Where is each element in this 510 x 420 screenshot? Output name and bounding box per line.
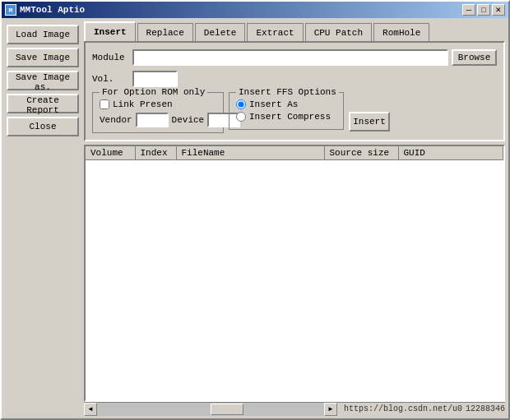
volume-col-header: Volume [86,146,135,160]
vol-row: Vol. [92,71,497,87]
tab-content: Module Browse Vol. For Option ROM only [84,41,505,141]
cpu-patch-tab[interactable]: CPU Patch [305,23,372,41]
link-presen-checkbox[interactable] [100,99,109,109]
create-report-button[interactable]: Create Report [7,94,79,113]
romhole-tab[interactable]: RomHole [373,23,429,41]
title-bar-text: M MMTool Aptio [5,4,85,16]
data-table: Volume Index FileName Source size GUID [86,146,503,160]
extract-tab[interactable]: Extract [247,23,303,41]
app-icon: M [5,4,16,16]
maximize-button[interactable]: □ [477,4,490,16]
status-url: https://blog.csdn.net/u0 [344,404,462,413]
option-rom-content: Link Presen Vendor Device [100,99,216,127]
vendor-row: Vendor Device [100,113,216,127]
title-bar: M MMTool Aptio ─ □ ✕ [2,2,508,18]
main-window: M MMTool Aptio ─ □ ✕ Load Image Save Ima… [0,0,510,420]
scroll-thumb[interactable] [211,404,243,415]
insert-btn-container: Insert [349,92,390,132]
index-col-header: Index [135,146,176,160]
insert-button[interactable]: Insert [349,112,390,132]
filename-col-header: FileName [176,146,324,160]
ffs-content: Insert As Insert Compress [236,99,336,122]
table-header-row: Volume Index FileName Source size GUID [86,146,503,160]
right-panel: Insert Replace Delete Extract CPU Patch … [84,18,508,418]
device-label: Device [172,115,205,125]
close-button[interactable]: Close [7,117,79,136]
option-rom-group: For Option ROM only Link Presen Vendor D… [92,92,224,133]
vol-input[interactable] [132,71,178,87]
insert-as-label: Insert As [249,99,298,109]
ffs-group-title: Insert FFS Options [236,87,339,97]
insert-compress-row: Insert Compress [236,112,336,122]
insert-as-radio[interactable] [236,99,246,109]
minimize-button[interactable]: ─ [462,4,475,16]
vendor-label: Vendor [100,115,132,125]
save-image-button[interactable]: Save Image [7,48,79,67]
data-table-container: Volume Index FileName Source size GUID [84,145,505,402]
tab-strip: Insert Replace Delete Extract CPU Patch … [84,21,505,41]
vol-label: Vol. [92,74,129,84]
insert-as-row: Insert As [236,99,336,109]
module-input[interactable] [132,49,448,66]
main-content: Load Image Save Image Save Image as. Cre… [2,18,508,418]
source-size-col-header: Source size [324,146,398,160]
vendor-input[interactable] [136,113,169,127]
watermark: 12288346 [466,404,505,413]
browse-button[interactable]: Browse [452,49,497,66]
insert-compress-radio[interactable] [236,112,246,122]
insert-compress-label: Insert Compress [249,112,331,122]
link-presen-row: Link Presen [100,99,216,109]
scroll-track[interactable] [97,403,324,416]
ffs-options-group: Insert FFS Options Insert As Insert Comp… [229,92,344,130]
sidebar: Load Image Save Image Save Image as. Cre… [2,18,84,418]
delete-tab[interactable]: Delete [195,23,246,41]
replace-tab[interactable]: Replace [137,23,193,41]
window-title: MMTool Aptio [20,5,85,15]
scroll-right-button[interactable]: ► [324,403,337,416]
load-image-button[interactable]: Load Image [7,25,79,44]
title-buttons: ─ □ ✕ [462,4,505,16]
option-rom-group-title: For Option ROM only [100,87,207,97]
save-image-as-button[interactable]: Save Image as. [7,71,79,90]
scroll-left-button[interactable]: ◄ [84,403,97,416]
module-label: Module [92,53,129,62]
module-row: Module Browse [92,49,497,66]
link-presen-label: Link Presen [113,99,173,109]
insert-tab[interactable]: Insert [84,21,136,41]
close-button-titlebar[interactable]: ✕ [492,4,505,16]
guid-col-header: GUID [398,146,503,160]
horizontal-scrollbar: ◄ ► https://blog.csdn.net/u0 12288346 [84,402,505,415]
